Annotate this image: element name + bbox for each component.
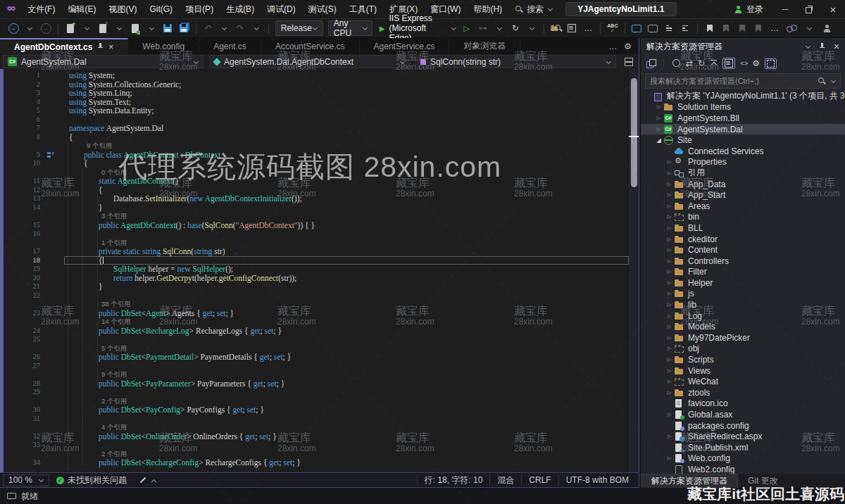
- tree-item-Site.Publish.xml[interactable]: Site.Publish.xml: [641, 442, 845, 453]
- tree-item-obj[interactable]: ▷obj: [641, 344, 845, 355]
- quick-search[interactable]: 搜索: [515, 4, 553, 15]
- menu-item-Git(G)[interactable]: Git(G): [143, 4, 179, 14]
- codelens-references[interactable]: 14 个引用: [64, 317, 629, 327]
- expander-icon[interactable]: ▷: [665, 313, 674, 319]
- redo-button[interactable]: ↷: [232, 20, 248, 36]
- navigate-back-button[interactable]: ←: [6, 20, 21, 36]
- feedback-button[interactable]: [820, 20, 835, 36]
- expander-icon[interactable]: ▷: [665, 237, 674, 242]
- view-code-icon[interactable]: < >: [740, 60, 747, 67]
- tree-item-ShareRedirect.aspx[interactable]: ▷ShareRedirect.aspx: [641, 431, 845, 442]
- new-file-button[interactable]: [63, 20, 78, 36]
- attach-to-process-button[interactable]: ⊶: [475, 20, 491, 36]
- expander-icon[interactable]: ▷: [665, 280, 674, 286]
- expander-icon[interactable]: ▷: [665, 214, 674, 220]
- menu-item-文件(F)[interactable]: 文件(F): [21, 4, 61, 15]
- expander-icon[interactable]: ▷: [665, 269, 674, 275]
- encoding[interactable]: UTF-8 with BOM: [558, 475, 636, 485]
- tree-item-Areas[interactable]: ▷Areas: [641, 201, 845, 212]
- code-line-14[interactable]: 14}: [4, 203, 629, 213]
- code-line-10[interactable]: 10{: [4, 159, 629, 168]
- code-line-30[interactable]: 30public DbSet<PayConfig> PayConfigs { g…: [4, 405, 629, 415]
- expander-icon[interactable]: ▷: [665, 159, 674, 165]
- code-line-19[interactable]: 19SqlHelper helper = new SqlHelper();: [4, 265, 629, 274]
- code-line-1[interactable]: 1using System;: [4, 71, 629, 80]
- tab-AccountService.cs[interactable]: AccountService.cs: [261, 38, 360, 54]
- configuration-dropdown[interactable]: Release: [275, 20, 323, 36]
- codelens-row[interactable]: 2 个引用: [4, 397, 629, 406]
- codelens-references[interactable]: 1 个引用: [64, 239, 629, 248]
- tree-item-js[interactable]: ▷js: [641, 289, 845, 300]
- navigate-back-chevron[interactable]: [22, 20, 37, 36]
- save-all-button[interactable]: [176, 20, 192, 36]
- clear-bookmarks-button[interactable]: [751, 20, 766, 36]
- tree-item-Helper[interactable]: ▷Helper: [641, 277, 845, 289]
- codelens-row[interactable]: 0 个引用: [4, 168, 629, 177]
- toolbar-overflow-button[interactable]: …: [580, 20, 596, 36]
- collapse-all-icon[interactable]: [710, 60, 718, 68]
- comment-button[interactable]: [629, 20, 644, 36]
- tab-AgentService.cs[interactable]: AgentService.cs: [360, 38, 450, 54]
- prev-bookmark-button[interactable]: [718, 20, 734, 36]
- expander-icon[interactable]: ▷: [665, 302, 674, 308]
- expander-icon[interactable]: ▷: [665, 346, 674, 351]
- panel-close-button[interactable]: ×: [834, 41, 839, 52]
- code-line-18[interactable]: 18{: [4, 256, 629, 265]
- menu-item-生成(B)[interactable]: 生成(B): [220, 4, 261, 15]
- tab-Agent.cs[interactable]: Agent.cs: [199, 38, 261, 54]
- expander-icon[interactable]: ▷: [665, 203, 674, 209]
- menu-item-视图(V)[interactable]: 视图(V): [102, 4, 143, 15]
- tree-item-BLL[interactable]: ▷BLL: [641, 222, 845, 234]
- code-line-8[interactable]: 8{: [4, 133, 629, 142]
- code-cleanup-icon[interactable]: [140, 477, 146, 483]
- expander-icon[interactable]: ▷: [665, 368, 674, 374]
- next-bookmark-button[interactable]: [734, 20, 750, 36]
- code-line-33[interactable]: 33: [4, 441, 629, 450]
- code-line-22[interactable]: 22: [4, 291, 629, 301]
- code-line-17[interactable]: 17private static string SqlConn(string s…: [4, 247, 629, 256]
- code-line-27[interactable]: 27: [4, 362, 629, 371]
- undo-button[interactable]: ↶: [200, 20, 215, 36]
- code-line-34[interactable]: 34public DbSet<RechargeConfig> RechargeC…: [4, 458, 629, 467]
- code-line-9[interactable]: 9public class AgentDbContext : DbContext: [4, 151, 629, 160]
- refresh-chevron[interactable]: [524, 20, 539, 36]
- increase-indent-button[interactable]: [677, 20, 693, 36]
- tab-overflow-button[interactable]: …: [608, 42, 617, 51]
- code-line-15[interactable]: 15public AgentDbContext() : base(SqlConn…: [4, 221, 629, 230]
- split-editor-icon[interactable]: [625, 58, 633, 66]
- expander-icon[interactable]: ▷: [665, 379, 674, 384]
- chevron-up-icon[interactable]: [151, 477, 156, 483]
- tree-item-Log[interactable]: ▷Log: [641, 310, 845, 322]
- tree-item-Filter[interactable]: ▷Filter: [641, 267, 845, 278]
- codelens-row[interactable]: 9 个引用: [4, 141, 629, 151]
- expander-icon[interactable]: ▷: [665, 247, 674, 253]
- pending-changes-filter-icon[interactable]: [672, 59, 681, 68]
- zoom-dropdown[interactable]: 100 %: [3, 474, 49, 486]
- tree-item-App_Data[interactable]: ▷App_Data: [641, 179, 845, 190]
- tree-item-Scripts[interactable]: ▷Scripts: [641, 354, 845, 365]
- caret-position[interactable]: 行: 18, 字符: 10: [417, 474, 490, 486]
- code-line-28[interactable]: 28public DbSet<PayParameter> PayParamete…: [4, 379, 629, 389]
- code-line-24[interactable]: 24public DbSet<RechargeLog> RechargeLogs…: [4, 327, 629, 336]
- code-line-29[interactable]: 29: [4, 388, 629, 397]
- codelens-row[interactable]: 38 个引用: [4, 300, 629, 309]
- open-file-chevron[interactable]: [111, 20, 127, 36]
- tree-item-Models[interactable]: ▷Models: [641, 321, 845, 332]
- expander-icon[interactable]: ▷: [665, 324, 674, 329]
- expander-icon[interactable]: ▷: [665, 357, 674, 363]
- tree-item-lib[interactable]: ▷lib: [641, 299, 845, 310]
- minimize-button[interactable]: ─: [773, 0, 797, 18]
- panel-options-chevron[interactable]: [805, 44, 810, 49]
- properties-icon[interactable]: ⚙: [752, 58, 760, 68]
- code-line-26[interactable]: 26public DbSet<PaymentDetail> PaymentDet…: [4, 353, 629, 362]
- attach-chevron[interactable]: [492, 20, 507, 36]
- codelens-references[interactable]: 5 个引用: [64, 344, 629, 353]
- code-line-25[interactable]: 25: [4, 335, 629, 344]
- start-without-debugging-button[interactable]: ▷: [459, 20, 475, 36]
- refresh-button[interactable]: ↻: [508, 20, 523, 36]
- sync-with-active-document-icon[interactable]: ⇄: [686, 58, 693, 68]
- code-line-21[interactable]: 21}: [4, 282, 629, 291]
- switch-views-icon[interactable]: [646, 59, 655, 68]
- close-button[interactable]: ×: [821, 0, 845, 18]
- tree-item-Web.config[interactable]: ▷Web.config: [641, 453, 845, 465]
